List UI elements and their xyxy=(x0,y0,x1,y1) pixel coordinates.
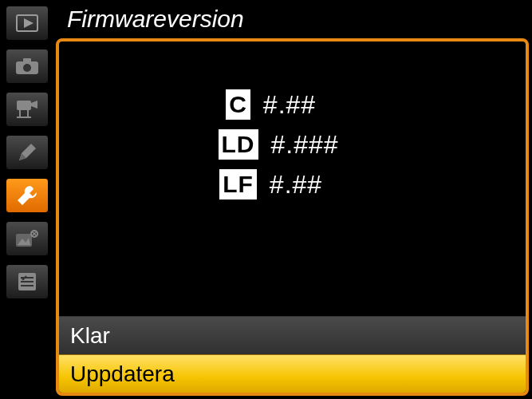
firmware-value: #.## xyxy=(263,90,359,120)
option-update[interactable]: Uppdatera xyxy=(59,354,526,393)
screen: Firmwareversion C #.## LD #.### LF #.## … xyxy=(0,0,532,399)
svg-marker-6 xyxy=(31,101,37,109)
sidebar-item-mymenu[interactable] xyxy=(3,262,51,302)
svg-marker-1 xyxy=(24,18,33,28)
movie-icon xyxy=(15,99,39,120)
sidebar-item-pencil[interactable] xyxy=(3,132,51,172)
pencil-icon xyxy=(17,142,37,163)
svg-rect-5 xyxy=(17,101,31,110)
firmware-badge: LD xyxy=(219,129,258,160)
firmware-value: #.## xyxy=(270,170,365,200)
sidebar-item-retouch[interactable] xyxy=(3,219,51,259)
firmware-list: C #.## LD #.### LF #.## xyxy=(59,89,526,200)
playback-icon xyxy=(16,14,38,32)
option-ready-label: Klar xyxy=(70,323,110,349)
firmware-badge: LF xyxy=(219,169,257,200)
firmware-row: LD #.### xyxy=(219,129,367,160)
mymenu-icon xyxy=(17,271,37,292)
wrench-icon xyxy=(16,184,38,207)
firmware-value: #.### xyxy=(271,130,367,160)
sidebar-item-playback[interactable] xyxy=(3,3,51,43)
firmware-row: LF #.## xyxy=(219,169,365,200)
sidebar-item-setup[interactable] xyxy=(3,176,51,215)
page-title: Firmwareversion xyxy=(67,6,244,33)
title-bar: Firmwareversion xyxy=(56,0,532,38)
svg-rect-9 xyxy=(17,117,31,118)
svg-point-4 xyxy=(23,64,31,72)
firmware-row: C #.## xyxy=(226,89,359,120)
option-ready[interactable]: Klar xyxy=(59,316,526,354)
svg-rect-3 xyxy=(23,58,31,63)
sidebar-item-movie[interactable] xyxy=(3,89,51,129)
sidebar xyxy=(0,0,56,399)
firmware-badge: C xyxy=(226,89,250,120)
content-panel: C #.## LD #.### LF #.## Klar Uppdatera xyxy=(56,38,529,396)
option-update-label: Uppdatera xyxy=(70,361,175,387)
camera-icon xyxy=(15,57,39,75)
sidebar-item-camera[interactable] xyxy=(3,46,51,86)
retouch-icon xyxy=(15,229,39,248)
